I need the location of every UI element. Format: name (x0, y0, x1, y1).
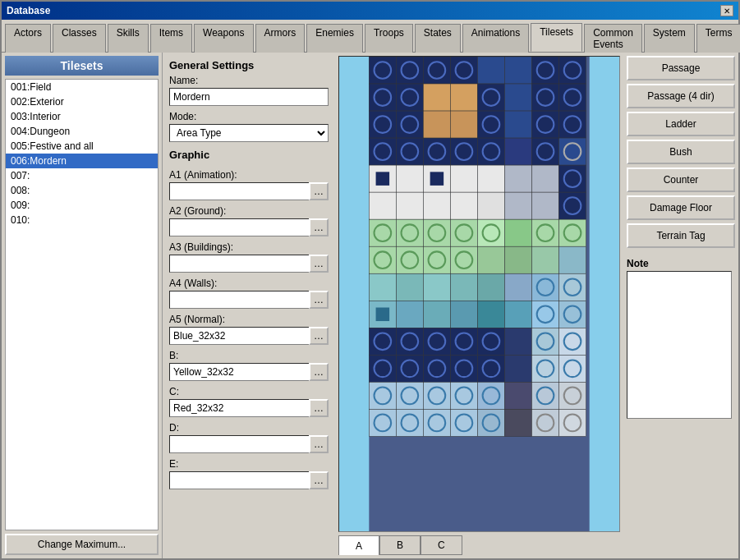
svg-rect-30 (396, 111, 423, 138)
a4-browse-button[interactable]: … (309, 291, 329, 309)
tab-weapons[interactable]: Weapons (194, 24, 253, 53)
a2-input[interactable] (169, 218, 309, 236)
damage-floor-button[interactable]: Damage Floor (627, 195, 735, 220)
svg-rect-28 (369, 111, 396, 138)
tab-enemies[interactable]: Enemies (306, 24, 363, 53)
svg-rect-167 (559, 382, 586, 409)
ladder-button[interactable]: Ladder (627, 112, 735, 136)
tilesets-list[interactable]: 001:Field 002:Exterior 003:Interior 004:… (5, 79, 159, 530)
svg-rect-65 (559, 165, 586, 192)
c-field: C: … (169, 386, 329, 417)
svg-rect-173 (423, 409, 450, 436)
a1-browse-button[interactable]: … (309, 182, 329, 200)
close-button[interactable]: ✕ (720, 5, 733, 16)
name-label: Name: (169, 75, 329, 86)
counter-button[interactable]: Counter (627, 168, 735, 192)
b-input-wrapper: … (169, 363, 329, 381)
d-input[interactable] (169, 435, 309, 453)
list-item[interactable]: 004:Dungeon (6, 124, 158, 139)
list-item[interactable]: 010: (6, 213, 158, 227)
tab-skills[interactable]: Skills (108, 24, 149, 53)
list-item[interactable]: 008: (6, 183, 158, 198)
svg-rect-21 (477, 84, 504, 111)
a2-label: A2 (Ground): (169, 205, 329, 217)
list-item-selected[interactable]: 006:Mordern (6, 154, 158, 168)
svg-rect-7 (450, 57, 477, 84)
svg-rect-128 (423, 328, 450, 355)
a1-input[interactable] (169, 182, 309, 200)
list-item[interactable]: 009: (6, 198, 158, 213)
e-input[interactable] (169, 471, 309, 489)
c-browse-button[interactable]: … (309, 399, 329, 417)
list-item[interactable]: 002:Exterior (6, 94, 158, 109)
name-input[interactable] (169, 88, 329, 106)
c-label: C: (169, 386, 329, 397)
a2-browse-button[interactable]: … (309, 218, 329, 236)
b-browse-button[interactable]: … (309, 363, 329, 381)
svg-rect-68 (396, 192, 423, 219)
tab-animations[interactable]: Animations (462, 24, 529, 53)
tileset-tab-c[interactable]: C (421, 535, 462, 555)
mode-select[interactable]: Area Type World Type (169, 124, 329, 142)
svg-rect-99 (477, 246, 504, 273)
svg-rect-135 (531, 328, 558, 355)
tileset-tab-bar: A B C (338, 535, 620, 555)
general-settings-section: General Settings Name: Mode: Area Type W… (169, 59, 329, 142)
bush-button[interactable]: Bush (627, 140, 735, 164)
tab-items[interactable]: Items (150, 24, 192, 53)
svg-rect-58 (396, 165, 423, 192)
svg-rect-87 (531, 219, 558, 246)
svg-rect-49 (477, 138, 504, 165)
c-input[interactable] (169, 399, 309, 417)
svg-rect-120 (531, 301, 558, 328)
list-item[interactable]: 001:Field (6, 80, 158, 94)
svg-rect-162 (477, 382, 504, 409)
tileset-tab-b[interactable]: B (379, 535, 421, 555)
svg-rect-17 (396, 84, 423, 111)
list-item[interactable]: 003:Interior (6, 109, 158, 124)
note-textarea[interactable] (627, 271, 732, 419)
svg-rect-19 (423, 84, 450, 111)
svg-rect-177 (477, 409, 504, 436)
svg-rect-124 (369, 328, 396, 355)
d-browse-button[interactable]: … (309, 435, 329, 453)
svg-rect-95 (423, 246, 450, 273)
terrain-tag-button[interactable]: Terrain Tag (627, 223, 735, 248)
b-input[interactable] (169, 363, 309, 381)
tab-troops[interactable]: Troops (365, 24, 413, 53)
svg-rect-37 (531, 111, 558, 138)
a3-browse-button[interactable]: … (309, 255, 329, 273)
tab-actors[interactable]: Actors (5, 24, 51, 53)
svg-rect-36 (504, 111, 531, 138)
e-browse-button[interactable]: … (309, 471, 329, 489)
graphic-section: Graphic A1 (Animation): … A2 (Ground): … (169, 149, 329, 489)
tileset-display[interactable] (338, 56, 620, 532)
tab-terms[interactable]: Terms (696, 24, 740, 53)
svg-rect-3 (396, 57, 423, 84)
a3-input[interactable] (169, 255, 309, 273)
change-maximum-button[interactable]: Change Maximum... (5, 534, 159, 555)
svg-rect-64 (531, 165, 558, 192)
list-item[interactable]: 005:Festive and all (6, 139, 158, 154)
tab-classes[interactable]: Classes (53, 24, 106, 53)
passage-button[interactable]: Passage (627, 56, 735, 80)
svg-rect-43 (396, 138, 423, 165)
svg-rect-80 (423, 219, 450, 246)
tab-common-events[interactable]: Common Events (584, 24, 642, 53)
tab-armors[interactable]: Armors (255, 24, 306, 53)
svg-rect-97 (450, 246, 477, 273)
list-item[interactable]: 007: (6, 168, 158, 183)
svg-rect-26 (559, 84, 586, 111)
tab-states[interactable]: States (415, 24, 461, 53)
a5-input[interactable] (169, 327, 309, 345)
tab-system[interactable]: System (644, 24, 695, 53)
svg-rect-149 (504, 355, 531, 382)
a2-input-wrapper: … (169, 218, 329, 236)
a4-input[interactable] (169, 291, 309, 309)
e-label: E: (169, 458, 329, 470)
tab-tilesets[interactable]: Tilesets (531, 23, 582, 52)
a5-browse-button[interactable]: … (309, 327, 329, 345)
passage-4dir-button[interactable]: Passage (4 dir) (627, 84, 735, 108)
svg-rect-132 (477, 328, 504, 355)
tileset-tab-a[interactable]: A (338, 535, 379, 555)
